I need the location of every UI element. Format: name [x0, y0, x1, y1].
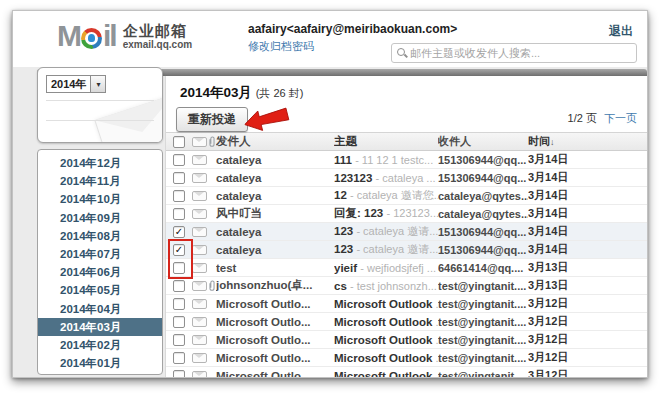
divider: [46, 100, 154, 101]
time-cell: 3月12日: [528, 332, 588, 347]
table-row[interactable]: ✓ 风中叮当 回复: 123 - 123123... cataleya@qyte…: [166, 205, 647, 223]
redeliver-button[interactable]: 重新投递: [176, 107, 248, 132]
row-checkbox[interactable]: ✓: [173, 244, 185, 256]
page-title: 2014年03月 (共 26 封): [166, 76, 647, 104]
table-row[interactable]: ✓ Microsoft Outlo Microsoft Outlook ... …: [166, 367, 647, 377]
mail-count: (共 26 封): [256, 87, 304, 99]
sidebar-item-month[interactable]: 2014年06月: [38, 263, 162, 281]
row-checkbox[interactable]: ✓: [173, 208, 185, 220]
subject-cell[interactable]: Microsoft Outlook ...: [334, 334, 438, 346]
sidebar-item-month[interactable]: 2014年05月: [38, 281, 162, 299]
table-row[interactable]: ✓ test yieif - wejfiodsjfefj ... 6466141…: [166, 259, 647, 277]
table-row[interactable]: ✓ cataleya 12 - cataleya 邀请您... cataleya…: [166, 187, 647, 205]
next-page-link[interactable]: 下一页: [604, 112, 637, 124]
sidebar-item-month[interactable]: 2014年07月: [38, 245, 162, 263]
envelope-icon: [192, 245, 207, 255]
sidebar-item-month[interactable]: 2014年09月: [38, 209, 162, 227]
sender-cell: Microsoft Outlo...: [216, 334, 334, 346]
subject-cell[interactable]: Microsoft Outlook ...: [334, 298, 438, 310]
table-row[interactable]: ✓ cataleya 123123 - cataleya ... 1513069…: [166, 169, 647, 187]
subject-cell[interactable]: 111 - 11 12 1 testc...: [334, 154, 438, 166]
logout-link[interactable]: 退出: [609, 23, 633, 40]
table-row[interactable]: ✓ Microsoft Outlo... Microsoft Outlook .…: [166, 331, 647, 349]
column-header-time[interactable]: 时间↓: [528, 134, 588, 149]
row-checkbox[interactable]: ✓: [173, 226, 185, 238]
year-select-value: 2014年: [47, 77, 90, 92]
row-checkbox[interactable]: ✓: [173, 370, 185, 378]
row-checkbox[interactable]: ✓: [173, 334, 185, 346]
subject-cell[interactable]: 123 - cataleya 邀请...: [334, 224, 438, 239]
table-row[interactable]: ✓ Microsoft Outlo... Microsoft Outlook .…: [166, 313, 647, 331]
envelope-icon: [192, 353, 207, 363]
subject-cell[interactable]: Microsoft Outlook ...: [334, 370, 438, 378]
sidebar-item-month[interactable]: 2014年11月: [38, 172, 162, 190]
check-icon: ✓: [175, 227, 183, 237]
sidebar-item-month[interactable]: 2014年02月: [38, 336, 162, 354]
sidebar-item-month[interactable]: 2014年03月: [38, 318, 162, 336]
row-checkbox[interactable]: ✓: [173, 262, 185, 274]
recipient-cell: 151306944@qq...: [438, 172, 528, 184]
subject-preview: - test johnsonzh...: [350, 280, 437, 292]
sidebar-item-month[interactable]: 2014年08月: [38, 227, 162, 245]
search-box[interactable]: [391, 43, 637, 63]
year-select[interactable]: 2014年 ▾: [46, 75, 106, 93]
row-checkbox[interactable]: ✓: [173, 352, 185, 364]
row-checkbox[interactable]: ✓: [173, 154, 185, 166]
subject-text: 12: [334, 189, 347, 201]
envelope-icon: [192, 281, 207, 291]
sidebar-item-month[interactable]: 2014年12月: [38, 154, 162, 172]
sender-cell: Microsoft Outlo...: [216, 298, 334, 310]
subject-cell[interactable]: cs - test johnsonzh...: [334, 280, 438, 292]
envelope-icon: [192, 137, 207, 147]
table-row[interactable]: ✓ Microsoft Outlo... Microsoft Outlook .…: [166, 349, 647, 367]
envelope-watermark-icon: [94, 94, 163, 143]
table-row[interactable]: ✓ cataleya 123 - cataleya 邀请... 15130694…: [166, 223, 647, 241]
time-cell: 3月14日: [528, 224, 588, 239]
envelope-icon: [192, 209, 207, 219]
row-checkbox[interactable]: ✓: [173, 190, 185, 202]
subject-cell[interactable]: 123123 - cataleya ...: [334, 172, 438, 184]
divider: [46, 120, 154, 121]
envelope-icon: [192, 191, 207, 201]
sidebar-item-month[interactable]: 2014年04月: [38, 300, 162, 318]
subject-cell[interactable]: yieif - wejfiodsjfefj ...: [334, 262, 438, 274]
time-cell: 3月12日: [528, 368, 588, 377]
column-header-recipient[interactable]: 收件人: [438, 134, 528, 149]
chevron-down-icon[interactable]: ▾: [90, 76, 105, 92]
row-checkbox[interactable]: ✓: [173, 316, 185, 328]
subject-text: yieif: [334, 262, 357, 274]
table-row[interactable]: ✓ Microsoft Outlo... Microsoft Outlook .…: [166, 295, 647, 313]
month-label: 2014年09月: [60, 212, 121, 224]
column-header-sender[interactable]: 发件人: [216, 134, 334, 149]
search-input[interactable]: [410, 45, 630, 61]
table-row[interactable]: ✓ cataleya 111 - 11 12 1 testc... 151306…: [166, 151, 647, 169]
envelope-icon: [192, 173, 207, 183]
app-window: M il 企业邮箱 exmail.qq.com aafairy<aafairy@…: [12, 10, 648, 378]
select-all-checkbox[interactable]: [173, 136, 185, 148]
recipient-cell: test@yingtanit....: [438, 352, 528, 364]
check-icon: ✓: [175, 245, 183, 255]
recipient-cell: cataleya@qytes...: [438, 208, 528, 220]
subject-cell[interactable]: 回复: 123 - 123123...: [334, 206, 438, 221]
recipient-cell: test@yingtanit....: [438, 280, 528, 292]
month-label: 2014年08月: [60, 230, 121, 242]
envelope-icon: [192, 299, 207, 309]
column-header-subject[interactable]: 主题: [334, 134, 438, 149]
row-checkbox[interactable]: ✓: [173, 280, 185, 292]
month-label: 2014年06月: [60, 266, 121, 278]
search-icon: [397, 48, 405, 56]
table-row[interactable]: ✓ johnsonzhuo(卓... cs - test johnsonzh..…: [166, 277, 647, 295]
row-checkbox[interactable]: ✓: [173, 298, 185, 310]
sidebar-item-month[interactable]: 2014年10月: [38, 190, 162, 208]
subject-cell[interactable]: 123 - cataleya 邀请...: [334, 242, 438, 257]
logo-letter-m: M: [57, 21, 80, 51]
table-row[interactable]: ✓ cataleya 123 - cataleya 邀请... 15130694…: [166, 241, 647, 259]
subject-cell[interactable]: Microsoft Outlook ...: [334, 316, 438, 328]
recipient-cell: test@yingtanit....: [438, 334, 528, 346]
sidebar-item-month[interactable]: 2014年01月: [38, 354, 162, 372]
row-checkbox[interactable]: ✓: [173, 172, 185, 184]
time-cell: 3月14日: [528, 242, 588, 257]
month-label: 2014年04月: [60, 303, 121, 315]
subject-cell[interactable]: 12 - cataleya 邀请您...: [334, 188, 438, 203]
subject-cell[interactable]: Microsoft Outlook ...: [334, 352, 438, 364]
